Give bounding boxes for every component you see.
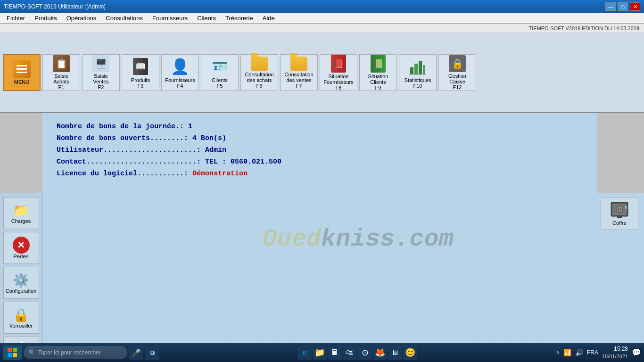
svg-rect-16 [13,348,17,352]
date-value: 18/01/2021 [602,353,628,360]
sidebar-config-btn[interactable]: ⚙️ Configuration [3,267,39,299]
toolbar-produits-btn[interactable]: 📖 ProduitsF3 [122,54,159,91]
info-line-4: Contact..........................: TEL :… [57,158,583,166]
sidebar-pertes-label: Pertes [14,254,29,259]
version-bar: TIEMPO-SOFT V2019 EDITION DU 14.03.2019 [0,24,644,33]
title-bar: TIEMPO-SOFT 2019 Utilisateur :[Admin] — … [0,0,644,13]
watermark-oued: Oued [262,225,321,253]
fournisseurs-icon: 👤 [170,57,190,76]
charges-icon: 📁 [13,203,29,218]
gestion-caisse-icon: 🔒 [447,55,467,72]
time-value: 15:28 [602,346,628,353]
notification-icon[interactable]: 💬 [632,348,641,357]
tray-icons: ∧ [556,349,560,355]
sidebar-config-label: Configuration [6,288,36,294]
info-line-1: Nombre de bons de la journée.: 1 [57,123,583,131]
svg-rect-2 [17,72,27,73]
language-label: FRA [587,349,598,356]
toolbar-menu-btn[interactable]: MENU [3,54,41,91]
toolbar: MENU 📋 SaisieAchatsF1 🖥️ SaisieVentesF2 … [0,33,644,113]
menu-aide[interactable]: Aide [258,14,280,23]
minimize-button[interactable]: — [605,2,616,11]
sidebar-charges-btn[interactable]: 📁 Charges [3,197,39,229]
version-text: TIEMPO-SOFT V2019 EDITION DU 14.03.2019 [528,25,639,31]
menu-tresorerie[interactable]: Trésorerie [221,14,258,23]
sit-fournisseurs-icon: 📕 [329,55,348,73]
toolbar-clients-label: ClientsF5 [212,77,228,89]
edge-icon[interactable]: e [297,346,312,360]
misc-icon[interactable]: 😊 [403,346,417,360]
consult-achats-icon [249,57,269,71]
bons-journee-value: 1 [188,123,192,131]
svg-rect-17 [8,353,12,357]
volume-icon: 🔊 [575,349,583,356]
chrome-icon[interactable]: ⊙ [358,346,372,360]
content-wrapper: 📁 Charges ✕ Pertes ⚙️ Configuration 🔒 Ve… [0,113,644,343]
taskbar-right: ∧ 📶 🔊 FRA 15:28 18/01/2021 💬 [556,346,641,360]
search-icon: 🔍 [28,349,35,356]
menu-icon [13,60,31,78]
contact-label: Contact..........................: [57,158,205,166]
svg-rect-1 [17,68,27,70]
taskview-button[interactable]: ⧉ [145,346,159,360]
consult-ventes-icon [289,57,309,71]
menu-clients[interactable]: Clients [192,14,221,23]
title-controls: — □ ✕ [605,2,640,11]
menu-operations[interactable]: Opérations [62,14,101,23]
saisie-achats-icon: 📋 [51,55,71,72]
search-bar[interactable]: 🔍 Taper ici pour rechercher [24,346,127,359]
microphone-button[interactable]: 🎤 [129,346,143,360]
toolbar-consult-ventes-btn[interactable]: Consultationdes ventesF7 [280,54,318,91]
sidebar-charges-label: Charges [11,218,31,224]
contact-value: TEL : 0560.021.500 [205,158,281,166]
toolbar-sit-clients-btn[interactable]: 📗 SituationClientsF9 [359,54,397,91]
sidebar-lock-label: Verrouiller [9,323,33,329]
toolbar-stats-label: StatistiquesF10 [405,77,431,89]
toolbar-saisie-ventes-label: SaisieVentesF2 [93,73,109,90]
svg-rect-5 [419,61,422,74]
toolbar-consult-ventes-label: Consultationdes ventesF7 [284,72,313,89]
toolbar-consult-achats-label: Consultationdes achatsF6 [245,72,273,89]
menu-produits[interactable]: Produits [30,14,62,23]
toolbar-sit-fournisseurs-btn[interactable]: 📕 SituationFournisseursF8 [320,54,357,91]
maximize-button[interactable]: □ [618,2,628,11]
menu-fournisseurs[interactable]: Fournisseurs [148,14,192,23]
close-button[interactable]: ✕ [630,2,640,11]
menu-fichier[interactable]: Fichier [2,14,30,23]
toolbar-fournisseurs-btn[interactable]: 👤 FournisseursF4 [161,54,199,91]
produits-icon: 📖 [131,57,150,76]
sidebar-lock-btn[interactable]: 🔒 Verrouiller [3,302,39,334]
start-button[interactable] [3,346,22,360]
store-icon[interactable]: 🛍 [343,346,357,360]
toolbar-gestion-caisse-btn[interactable]: 🔒 GestionCaisseF12 [438,54,476,91]
pertes-icon: ✕ [13,237,30,254]
bons-journee-label: Nombre de bons de la journée.: [57,123,188,131]
toolbar-stats-btn[interactable]: StatistiquesF10 [399,54,437,91]
taskbar-left: 🔍 Taper ici pour rechercher 🎤 ⧉ [3,346,159,360]
bons-ouverts-label: Nombre de bons ouverts........: [57,134,192,142]
sit-clients-icon: 📗 [368,55,388,73]
svg-rect-4 [414,64,418,74]
time-display: 15:28 18/01/2021 [602,346,628,360]
coffre-btn[interactable]: Coffre [601,197,638,230]
explorer-icon[interactable]: 📁 [313,346,327,360]
firefox-icon[interactable]: 🦊 [373,346,387,360]
toolbar-consult-achats-btn[interactable]: Consultationdes achatsF6 [240,54,278,91]
calculator-icon[interactable]: 🖩 [328,346,342,360]
menu-bar: Fichier Produits Opérations Consultation… [0,13,644,24]
coffre-label: Coffre [612,220,627,226]
toolbar-saisie-achats-btn[interactable]: 📋 SaisieAchatsF1 [42,54,80,91]
svg-point-12 [619,208,620,210]
toolbar-saisie-ventes-btn[interactable]: 🖥️ SaisieVentesF2 [82,54,120,91]
network-icon: 📶 [563,349,571,356]
search-placeholder: Taper ici pour rechercher [38,349,101,356]
info-line-5: Licence du logiciel...........: Démonstr… [57,170,583,178]
stats-icon [408,57,428,76]
toolbar-saisie-achats-label: SaisieAchatsF1 [53,73,69,90]
toolbar-clients-btn[interactable]: 🪪 ClientsF5 [201,54,239,91]
lock-icon: 🔒 [13,307,29,323]
rdp-icon[interactable]: 🖥 [388,346,402,360]
menu-consultations[interactable]: Consultations [101,14,148,23]
watermark-kniss: kniss [321,225,395,253]
sidebar-pertes-btn[interactable]: ✕ Pertes [3,232,39,264]
